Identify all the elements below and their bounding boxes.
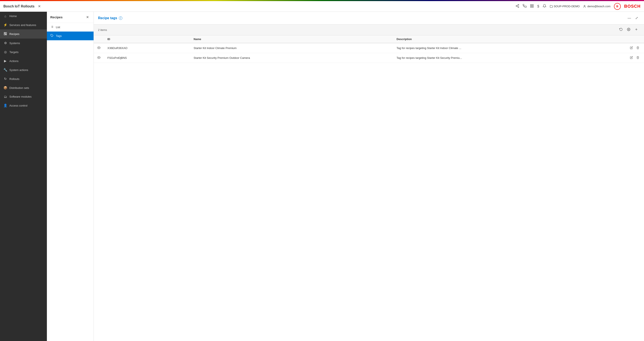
svg-point-9 [584,5,585,6]
items-count: 2 items [98,28,107,32]
delete-button[interactable] [635,55,640,60]
main-layout: ⌂ Home ⚡ Services and features Recipes ⚙… [0,12,644,341]
sidebar-item-system-actions[interactable]: 🔧 System actions [0,66,47,74]
sidebar-item-software-modules[interactable]: 🗂 Software modules [0,92,47,101]
env-label: SOUP-PROD-DEMO [554,5,580,8]
header-left: Bosch IoT Rollouts ✕ [4,4,42,9]
add-button[interactable] [633,27,640,33]
svg-rect-6 [532,4,534,6]
table-header: ID Name Description [94,36,644,43]
sidebar-item-rollouts[interactable]: ↻ Rollouts [0,74,47,83]
maximize-button[interactable]: ⤢ [634,15,640,21]
row-actions-cell [625,53,644,63]
panel-nav-tags[interactable]: Tags [47,32,94,40]
recipe-tags-table: ID Name Description [94,36,644,63]
table-header-row: ID Name Description [94,36,644,43]
services-icon: ⚡ [4,23,7,27]
rollouts-icon: ↻ [4,77,7,81]
actions-icon: ▶ [4,59,7,63]
close-panel-button[interactable]: ✕ [85,15,90,20]
user-icon [583,5,586,8]
settings-button[interactable] [625,27,632,33]
eye-icon[interactable] [97,46,100,50]
svg-rect-10 [4,32,5,33]
col-actions-header [625,36,644,43]
svg-point-1 [516,5,517,6]
svg-point-0 [518,4,519,5]
svg-line-3 [517,6,518,7]
second-panel-title: Recipes [50,15,63,19]
sidebar-item-label: System actions [10,68,28,72]
sidebar-item-label: Software modules [10,95,32,98]
sidebar-item-label: Rollouts [10,77,20,80]
svg-point-21 [628,29,629,30]
second-panel: Recipes ✕ List Tags [47,12,94,341]
bell-icon[interactable] [542,4,546,9]
svg-point-24 [98,47,99,48]
header-right: $ SOUP-PROD-DEMO demo@bosch.com B BOSCH [516,3,640,10]
sidebar-item-distribution-sets[interactable]: 📦 Distribution sets [0,83,47,92]
row-name: Starter Kit Security Premium Outdoor Cam… [190,53,393,63]
second-panel-header: Recipes ✕ [47,12,94,23]
content-title-wrapper: Recipe tags i [98,16,122,20]
sidebar: ⌂ Home ⚡ Services and features Recipes ⚙… [0,12,47,341]
sidebar-item-services-features[interactable]: ⚡ Services and features [0,20,47,30]
table-row: X36EIuR36XAO Starter Kit Indoor Climate … [94,43,644,53]
refresh-button[interactable] [618,27,624,33]
svg-point-2 [518,6,519,8]
sidebar-item-label: Recipes [10,32,20,36]
svg-rect-5 [530,4,532,6]
sidebar-item-label: Systems [10,42,20,45]
sidebar-item-actions[interactable]: ▶ Actions [0,56,47,66]
col-name-header: Name [190,36,393,43]
content-title-text: Recipe tags [98,16,117,20]
edit-button[interactable] [629,46,634,51]
svg-rect-11 [4,34,5,35]
sidebar-item-systems[interactable]: ⚙ Systems [0,38,47,48]
delete-button[interactable] [635,46,640,51]
row-actions-cell [625,43,644,53]
tags-icon [50,34,54,38]
info-icon[interactable]: i [119,16,122,20]
sidebar-item-home[interactable]: ⌂ Home [0,12,47,20]
user-info: demo@bosch.com [583,5,610,8]
sidebar-item-label: Access control [10,104,28,107]
list-icon [50,25,54,29]
svg-rect-12 [6,32,6,34]
access-control-icon: 👤 [4,104,7,108]
row-description: Tag for recipes targeting Starter Kit In… [393,43,625,53]
recipes-icon [4,32,7,36]
targets-icon: ◎ [4,50,7,54]
sidebar-item-access-control[interactable]: 👤 Access control [0,101,47,110]
content-area: Recipe tags i — ⤢ 2 items [94,12,644,341]
eye-icon[interactable] [97,56,100,60]
table-row: FSGxPvtDjBNS Starter Kit Security Premiu… [94,53,644,63]
col-description-header: Description [393,36,625,43]
layout-icon[interactable] [530,4,534,9]
app-title: Bosch IoT Rollouts [4,4,34,8]
edit-button[interactable] [629,55,634,60]
panel-nav-list-label: List [56,26,60,29]
user-label: demo@bosch.com [587,5,610,8]
row-eye-cell [94,53,104,63]
content-header-actions: — ⤢ [626,15,640,21]
minimize-button[interactable]: — [626,15,633,21]
folder-icon [550,5,553,8]
sidebar-item-recipes[interactable]: Recipes [0,30,47,38]
panel-nav-tags-label: Tags [56,34,62,38]
bosch-logo-circle: B [614,3,621,10]
phone-icon[interactable] [523,4,526,9]
content-header: Recipe tags i — ⤢ [94,12,644,24]
svg-point-25 [98,57,99,58]
dollar-icon[interactable]: $ [537,4,539,8]
close-sidebar-button[interactable]: ✕ [37,4,42,9]
home-icon: ⌂ [4,14,7,18]
env-info: SOUP-PROD-DEMO [550,5,580,8]
panel-nav-list[interactable]: List [47,23,94,32]
svg-rect-8 [532,6,534,7]
sidebar-item-targets[interactable]: ◎ Targets [0,48,47,56]
sidebar-item-label: Distribution sets [10,86,29,90]
share-icon[interactable] [516,4,519,9]
svg-rect-13 [6,34,6,35]
sidebar-item-label: Home [10,14,17,18]
